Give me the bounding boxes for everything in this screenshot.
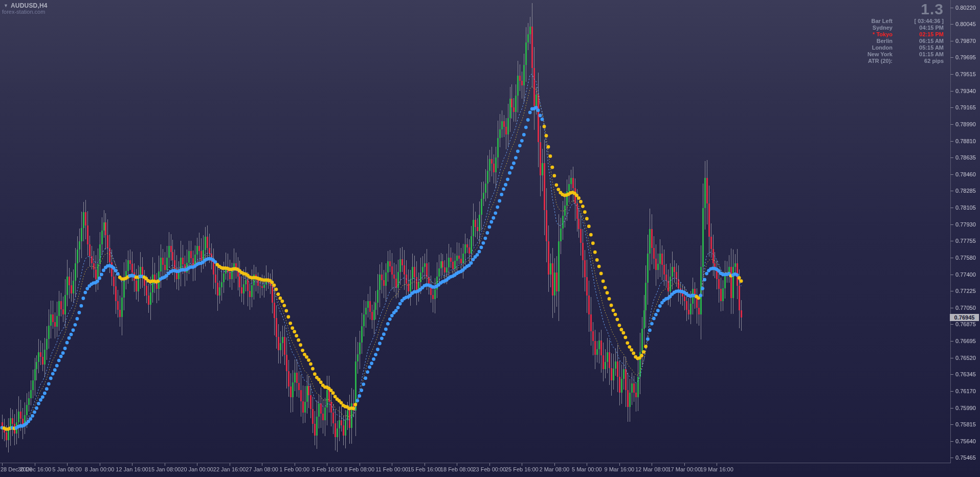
price-tick xyxy=(950,408,953,408)
price-tick-label: 0.77930 xyxy=(955,221,976,228)
session-label: Berlin xyxy=(826,38,893,44)
time-tick xyxy=(392,463,392,466)
time-tick-label: 5 Mar 00:00 xyxy=(572,466,602,472)
price-tick-label: 0.79515 xyxy=(955,71,976,77)
time-tick xyxy=(2,463,3,466)
price-tick-label: 0.77400 xyxy=(955,271,976,278)
price-tick xyxy=(950,41,953,41)
session-row-sydney: Sydney04:15 PM xyxy=(826,25,944,31)
price-tick xyxy=(950,291,953,291)
price-tick xyxy=(950,157,953,158)
time-tick xyxy=(165,463,165,466)
session-label: London xyxy=(826,44,893,51)
price-tick xyxy=(950,24,953,25)
time-tick-label: 12 Mar 08:00 xyxy=(635,466,669,472)
price-tick-label: 0.78990 xyxy=(955,121,976,127)
time-tick-label: 3 Feb 16:00 xyxy=(312,466,342,472)
price-tick-label: 0.76170 xyxy=(955,388,976,394)
spread-big-value: 1.3 xyxy=(826,1,944,17)
time-tick xyxy=(652,463,652,466)
price-tick-label: 0.77050 xyxy=(955,305,976,311)
session-label: New York xyxy=(826,51,893,58)
price-axis-separator xyxy=(950,0,951,463)
time-tick-label: 11 Feb 00:00 xyxy=(375,466,408,472)
chart-menu-triangle-icon[interactable]: ▼ xyxy=(4,3,8,9)
price-tick-label: 0.76345 xyxy=(955,371,976,377)
time-tick-label: 1 Feb 00:00 xyxy=(279,466,309,472)
session-time: 01:15 AM xyxy=(897,51,944,58)
price-tick xyxy=(950,358,953,358)
watermark-text: forex-station.com xyxy=(2,9,45,15)
time-tick-label: 22 Jan 16:00 xyxy=(213,466,246,472)
price-tick xyxy=(950,8,953,8)
price-tick xyxy=(950,241,953,241)
price-tick-label: 0.75640 xyxy=(955,438,976,444)
session-label: Sydney xyxy=(826,25,893,31)
price-tick-label: 0.78105 xyxy=(955,205,976,211)
price-tick-label: 0.77755 xyxy=(955,238,976,244)
time-tick xyxy=(717,463,717,466)
time-tick-label: 2 Mar 08:00 xyxy=(539,466,569,472)
time-tick xyxy=(554,463,555,466)
session-time: [ 03:44:36 ] xyxy=(897,18,944,25)
price-tick xyxy=(950,424,953,425)
session-row-bar-left: Bar Left[ 03:44:36 ] xyxy=(826,18,944,25)
price-tick xyxy=(950,275,953,275)
time-tick xyxy=(197,463,197,466)
time-tick xyxy=(360,463,360,466)
price-tick xyxy=(950,374,953,375)
time-tick-label: 8 Feb 08:00 xyxy=(344,466,374,472)
price-tick xyxy=(950,124,953,125)
price-tick xyxy=(950,341,953,342)
price-tick-label: 0.75465 xyxy=(955,455,976,461)
time-tick xyxy=(522,463,522,466)
price-tick-label: 0.78460 xyxy=(955,171,976,177)
price-chart-canvas[interactable] xyxy=(0,0,980,477)
session-label: Bar Left xyxy=(826,18,893,25)
time-tick-label: 12 Jan 16:00 xyxy=(116,466,148,472)
price-tick-label: 0.79695 xyxy=(955,54,976,60)
price-tick-label: 0.79870 xyxy=(955,38,976,44)
price-tick-label: 0.78810 xyxy=(955,138,976,144)
session-row-london: London05:15 AM xyxy=(826,44,944,51)
price-tick-label: 0.80045 xyxy=(955,21,976,27)
price-tick xyxy=(950,141,953,142)
time-tick xyxy=(35,463,35,466)
session-time: 05:15 AM xyxy=(897,44,944,51)
current-price-box: 0.76945 xyxy=(950,314,979,321)
price-tick xyxy=(950,224,953,225)
price-tick-label: 0.77580 xyxy=(955,255,976,261)
time-tick xyxy=(132,463,132,466)
price-tick-label: 0.75815 xyxy=(955,421,976,427)
price-tick-label: 0.75990 xyxy=(955,405,976,411)
price-tick xyxy=(950,324,953,325)
time-tick-label: 15 Jan 08:00 xyxy=(148,466,181,472)
price-tick-label: 0.76520 xyxy=(955,355,976,361)
time-tick xyxy=(262,463,262,466)
price-tick-label: 0.79165 xyxy=(955,104,976,110)
price-tick xyxy=(950,441,953,442)
time-tick-label: 27 Jan 08:00 xyxy=(246,466,278,472)
price-tick-label: 0.80220 xyxy=(955,5,976,11)
time-tick xyxy=(489,463,490,466)
session-time: 04:15 PM xyxy=(897,25,944,31)
price-tick xyxy=(950,57,953,58)
symbol-title-text: AUDUSD,H4 xyxy=(11,2,48,9)
session-row-tokyo: * Tokyo02:15 PM xyxy=(826,31,944,38)
session-row-new-york: New York01:15 AM xyxy=(826,51,944,58)
time-tick-label: 25 Feb 16:00 xyxy=(505,466,539,472)
time-tick-label: 23 Feb 00:00 xyxy=(473,466,506,472)
session-row-berlin: Berlin06:15 AM xyxy=(826,38,944,44)
price-tick-label: 0.76695 xyxy=(955,338,976,344)
price-tick xyxy=(950,91,953,92)
session-time: 06:15 AM xyxy=(897,38,944,44)
time-tick xyxy=(67,463,68,466)
time-tick xyxy=(684,463,685,466)
price-tick xyxy=(950,308,953,308)
price-tick xyxy=(950,107,953,108)
price-tick-label: 0.76875 xyxy=(955,321,976,327)
time-tick xyxy=(100,463,100,466)
time-tick-label: 30 Dec 16:00 xyxy=(18,466,51,472)
chart-window: 0.802200.800450.798700.796950.795150.793… xyxy=(0,0,980,477)
time-tick xyxy=(230,463,230,466)
